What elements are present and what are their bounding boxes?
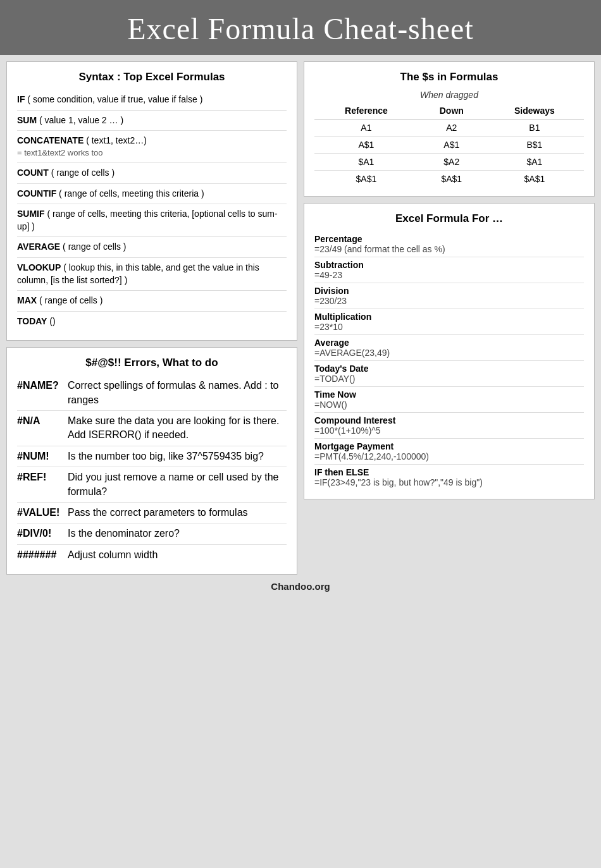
formula-item: MAX ( range of cells ) bbox=[17, 291, 287, 312]
dollar-table-cell: $A$1 bbox=[418, 171, 485, 188]
error-code: #VALUE! bbox=[17, 506, 68, 520]
error-code: #DIV/0! bbox=[17, 527, 68, 541]
formula-desc: ( range of cells, meeting this criteria,… bbox=[17, 209, 278, 231]
dollar-table-cell: $A1 bbox=[314, 154, 418, 171]
when-dragged-label: When dragged bbox=[314, 90, 584, 100]
error-row: #NAME?Correct spellings of formulas & na… bbox=[17, 376, 287, 411]
dollar-card: The $s in Formulas When dragged Referenc… bbox=[304, 61, 595, 197]
error-desc: Did you just remove a name or cell used … bbox=[68, 470, 287, 499]
syntax-card: Syntax : Top Excel Formulas IF ( some co… bbox=[6, 61, 297, 341]
error-desc: Correct spellings of formulas & names. A… bbox=[68, 379, 287, 407]
formula-for-item: Compound Interest=100*(1+10%)^5 bbox=[314, 413, 584, 439]
error-row: #REF!Did you just remove a name or cell … bbox=[17, 467, 287, 503]
formula-for-value: =23*10 bbox=[314, 322, 584, 332]
formula-keyword: CONCATENATE bbox=[17, 135, 84, 145]
error-desc: Adjust column width bbox=[68, 548, 287, 562]
formula-desc: ( range of cells, meeting this criteria … bbox=[59, 188, 204, 199]
formula-keyword: COUNTIF bbox=[17, 188, 56, 199]
syntax-card-title: Syntax : Top Excel Formulas bbox=[17, 71, 287, 83]
formula-for-item: Percentage=23/49 (and format the cell as… bbox=[314, 231, 584, 257]
formula-keyword: SUM bbox=[17, 115, 37, 125]
dollar-table-cell: A$1 bbox=[418, 137, 485, 154]
formula-for-list: Percentage=23/49 (and format the cell as… bbox=[314, 231, 584, 490]
formula-for-value: =49-23 bbox=[314, 270, 584, 280]
dollar-table-cell: $A$1 bbox=[485, 171, 584, 188]
formula-keyword: AVERAGE bbox=[17, 241, 60, 252]
left-column: Syntax : Top Excel Formulas IF ( some co… bbox=[6, 61, 297, 575]
footer: Chandoo.org bbox=[0, 575, 601, 598]
formula-for-value: =NOW() bbox=[314, 400, 584, 410]
error-code: #N/A bbox=[17, 414, 68, 443]
dollar-table: ReferenceDownSideways A1A2B1A$1A$1B$1$A1… bbox=[314, 102, 584, 187]
page-header: Excel Formula Cheat-sheet bbox=[0, 0, 601, 55]
formula-item: TODAY () bbox=[17, 312, 287, 332]
formula-desc: ( range of cells ) bbox=[39, 295, 102, 305]
formula-keyword: MAX bbox=[17, 295, 37, 305]
errors-card: $#@$!! Errors, What to do #NAME?Correct … bbox=[6, 347, 297, 575]
formula-for-item: Multiplication=23*10 bbox=[314, 309, 584, 335]
errors-card-title: $#@$!! Errors, What to do bbox=[17, 357, 287, 369]
formula-for-value: =IF(23>49,"23 is big, but how?","49 is b… bbox=[314, 477, 584, 487]
dollar-table-body: A1A2B1A$1A$1B$1$A1$A2$A1$A$1$A$1$A$1 bbox=[314, 119, 584, 188]
formula-for-item: IF then ELSE=IF(23>49,"23 is big, but ho… bbox=[314, 465, 584, 490]
formula-for-card: Excel Formula For … Percentage=23/49 (an… bbox=[304, 203, 595, 499]
formula-keyword: IF bbox=[17, 94, 25, 104]
formula-for-label: Average bbox=[314, 338, 584, 348]
formula-item: IF ( some condition, value if true, valu… bbox=[17, 90, 287, 111]
formula-list: IF ( some condition, value if true, valu… bbox=[17, 90, 287, 331]
formula-item: COUNTIF ( range of cells, meeting this c… bbox=[17, 184, 287, 205]
error-list: #NAME?Correct spellings of formulas & na… bbox=[17, 376, 287, 565]
formula-item: CONCATENATE ( text1, text2…)= text1&text… bbox=[17, 131, 287, 163]
dollar-table-col-header: Down bbox=[418, 102, 485, 119]
formula-item: SUM ( value 1, value 2 … ) bbox=[17, 111, 287, 131]
dollar-table-col-header: Sideways bbox=[485, 102, 584, 119]
formula-item: SUMIF ( range of cells, meeting this cri… bbox=[17, 204, 287, 237]
formula-for-value: =230/23 bbox=[314, 296, 584, 306]
dollar-table-row: $A1$A2$A1 bbox=[314, 154, 584, 171]
footer-text: Chandoo.org bbox=[271, 581, 330, 592]
dollar-table-header-row: ReferenceDownSideways bbox=[314, 102, 584, 119]
dollar-table-row: A1A2B1 bbox=[314, 119, 584, 137]
dollar-table-cell: B$1 bbox=[485, 137, 584, 154]
main-content: Syntax : Top Excel Formulas IF ( some co… bbox=[0, 55, 601, 575]
formula-keyword: COUNT bbox=[17, 168, 49, 178]
error-code: #NAME? bbox=[17, 379, 68, 407]
formula-for-label: Time Now bbox=[314, 389, 584, 400]
formula-for-value: =PMT(4.5%/12,240,-100000) bbox=[314, 451, 584, 462]
formula-desc: () bbox=[49, 316, 55, 326]
dollar-card-title: The $s in Formulas bbox=[314, 71, 584, 83]
dollar-table-cell: A1 bbox=[314, 119, 418, 137]
formula-for-label: Multiplication bbox=[314, 312, 584, 322]
formula-for-label: Mortgage Payment bbox=[314, 441, 584, 451]
error-desc: Is the number too big, like 37^5759435 b… bbox=[68, 449, 287, 463]
formula-for-item: Mortgage Payment=PMT(4.5%/12,240,-100000… bbox=[314, 439, 584, 465]
header-title: Excel Formula Cheat-sheet bbox=[127, 12, 474, 46]
formula-for-item: Subtraction=49-23 bbox=[314, 257, 584, 283]
formula-desc: ( text1, text2…) bbox=[86, 135, 147, 145]
formula-for-value: =100*(1+10%)^5 bbox=[314, 425, 584, 436]
error-row: #N/AMake sure the data you are looking f… bbox=[17, 411, 287, 446]
error-desc: Is the denominator zero? bbox=[68, 527, 287, 541]
formula-for-label: Percentage bbox=[314, 234, 584, 244]
formula-desc: ( some condition, value if true, value i… bbox=[27, 94, 202, 104]
dollar-table-row: $A$1$A$1$A$1 bbox=[314, 171, 584, 188]
dollar-table-col-header: Reference bbox=[314, 102, 418, 119]
formula-for-label: Compound Interest bbox=[314, 415, 584, 425]
error-code: ####### bbox=[17, 548, 68, 562]
error-row: #VALUE!Pass the correct parameters to fo… bbox=[17, 503, 287, 523]
formula-keyword: VLOOKUP bbox=[17, 262, 61, 272]
formula-for-value: =AVERAGE(23,49) bbox=[314, 348, 584, 358]
dollar-table-cell: A2 bbox=[418, 119, 485, 137]
formula-for-card-title: Excel Formula For … bbox=[314, 212, 584, 225]
formula-for-label: Subtraction bbox=[314, 260, 584, 270]
formula-note: = text1&text2 works too bbox=[17, 147, 287, 159]
formula-keyword: SUMIF bbox=[17, 209, 45, 219]
formula-for-label: IF then ELSE bbox=[314, 467, 584, 477]
formula-for-item: Division=230/23 bbox=[314, 283, 584, 309]
dollar-table-cell: B1 bbox=[485, 119, 584, 137]
dollar-table-cell: $A1 bbox=[485, 154, 584, 171]
dollar-table-row: A$1A$1B$1 bbox=[314, 137, 584, 154]
formula-for-label: Today's Date bbox=[314, 364, 584, 374]
formula-for-item: Average=AVERAGE(23,49) bbox=[314, 335, 584, 361]
formula-for-label: Division bbox=[314, 286, 584, 296]
